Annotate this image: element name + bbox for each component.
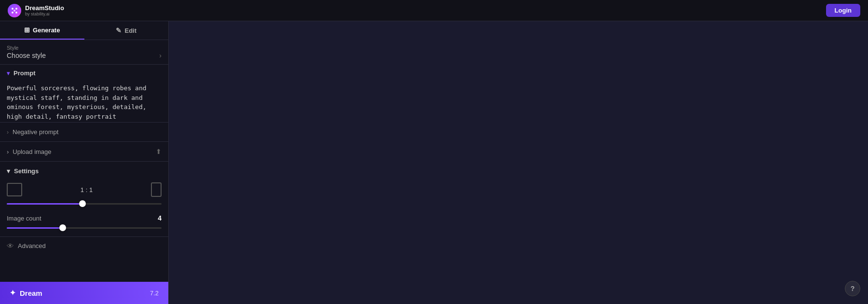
tab-edit-label: Edit [124,27,136,34]
upload-share-icon: ⬆ [156,148,162,155]
chevron-right-icon: › [159,52,162,59]
aspect-landscape-icon[interactable] [7,183,22,196]
style-section[interactable]: Style Choose style › [0,40,168,65]
sidebar: ⊞ Generate ✎ Edit Style Choose style › [0,21,169,304]
dream-left: ✦ Dream [10,289,42,297]
logo: DreamStudio by stability.ai [8,4,64,17]
negative-prompt-label: Negative prompt [13,128,58,136]
image-count-value: 4 [158,214,162,222]
logo-text: DreamStudio by stability.ai [25,4,64,16]
tab-generate-label: Generate [33,27,60,34]
header: DreamStudio by stability.ai Login [0,0,868,21]
image-count-label: Image count [7,215,41,222]
canvas-area: ? [169,21,868,304]
prompt-label: Prompt [14,69,36,77]
svg-point-1 [15,8,17,10]
image-count-slider-row [0,223,168,235]
image-count-slider-track [7,227,162,229]
dream-button[interactable]: ✦ Dream 7.2 [0,282,168,304]
upload-label: Upload image [13,148,51,155]
aspect-slider-thumb[interactable] [79,200,86,207]
app-name: DreamStudio [25,4,64,12]
settings-section: ▾ Settings 1 : 1 [0,162,168,237]
advanced-label: Advanced [18,242,46,249]
eye-icon: 👁 [7,242,14,250]
upload-section: › Upload image ⬆ [0,142,168,162]
login-button[interactable]: Login [826,4,860,17]
aspect-slider-fill [7,203,82,205]
negative-prompt-header[interactable]: › Negative prompt [0,124,168,140]
dream-label: Dream [20,289,42,297]
svg-point-2 [12,12,14,14]
main-layout: ⊞ Generate ✎ Edit Style Choose style › [0,21,868,304]
svg-point-4 [14,10,15,12]
svg-point-0 [12,8,14,10]
logo-icon [8,4,21,17]
help-button[interactable]: ? [845,281,860,296]
generate-icon: ⊞ [24,26,30,34]
image-count-slider[interactable] [7,224,162,232]
aspect-portrait-icon[interactable] [151,182,162,197]
upload-left: › Upload image [7,148,52,155]
edit-icon: ✎ [116,27,122,34]
prompt-header[interactable]: ▾ Prompt [0,65,168,82]
dream-cost: 7.2 [150,290,159,297]
negative-prompt-section: › Negative prompt [0,123,168,142]
app-sub: by stability.ai [25,12,64,16]
sidebar-content: Style Choose style › ▾ Prompt Powerful s… [0,40,168,282]
style-choose-text: Choose style [7,52,46,59]
tab-edit[interactable]: ✎ Edit [84,21,169,40]
image-count-slider-thumb[interactable] [59,224,66,231]
upload-header[interactable]: › Upload image ⬆ [0,143,168,160]
prompt-input[interactable]: Powerful sorceress, flowing robes and my… [0,82,168,120]
tab-generate[interactable]: ⊞ Generate [0,21,84,40]
aspect-ratio-row: 1 : 1 [0,180,168,199]
image-count-slider-fill [7,227,63,229]
advanced-section[interactable]: 👁 Advanced [0,237,168,255]
svg-point-3 [15,12,17,14]
image-count-row: Image count 4 [0,211,168,223]
aspect-slider-track [7,203,162,205]
dream-sparkle-icon: ✦ [10,289,16,297]
aspect-slider[interactable] [7,200,162,207]
aspect-slider-row [0,199,168,211]
settings-header[interactable]: ▾ Settings [0,163,168,180]
style-label: Style [7,45,162,51]
aspect-ratio-label: 1 : 1 [81,186,93,193]
prompt-section: ▾ Prompt Powerful sorceress, flowing rob… [0,65,168,123]
style-choose-row: Choose style › [7,52,162,59]
prompt-chevron-icon: ▾ [7,70,10,77]
tab-bar: ⊞ Generate ✎ Edit [0,21,168,40]
settings-label: Settings [14,167,39,175]
negative-chevron-icon: › [7,129,9,136]
upload-chevron-icon: › [7,148,9,155]
settings-chevron-icon: ▾ [7,167,10,175]
